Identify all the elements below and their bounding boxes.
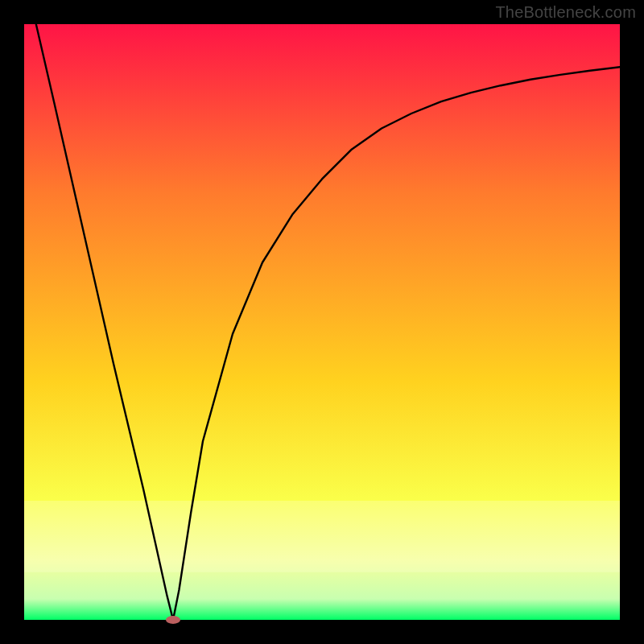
optimal-point-marker	[166, 616, 180, 624]
chart-container: TheBottleneck.com	[0, 0, 644, 644]
bottleneck-chart	[0, 0, 644, 644]
watermark-label: TheBottleneck.com	[495, 3, 636, 22]
chart-highlight-band	[24, 501, 620, 572]
